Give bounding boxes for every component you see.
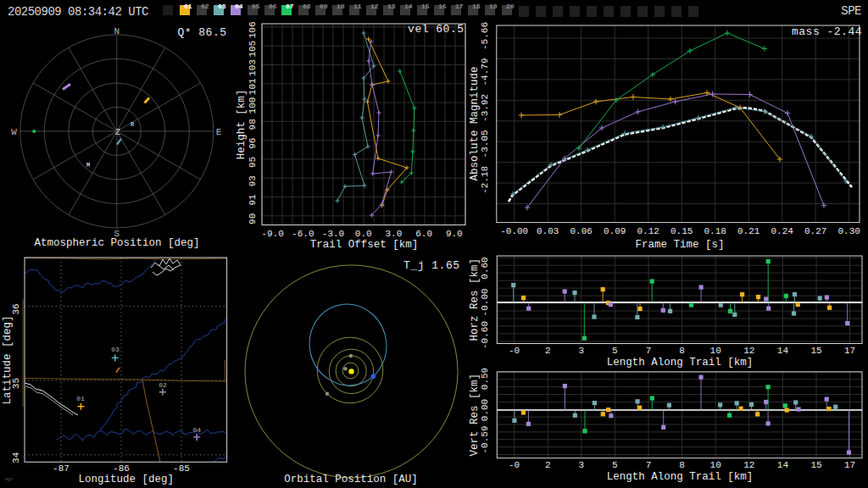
svg-text:W: W bbox=[11, 127, 17, 137]
svg-text:18: 18 bbox=[472, 3, 481, 10]
svg-text:0.15: 0.15 bbox=[670, 226, 693, 236]
svg-text:15: 15 bbox=[810, 346, 821, 356]
svg-text:91: 91 bbox=[248, 194, 258, 206]
svg-text:3: 3 bbox=[578, 460, 584, 470]
svg-text:0.00: 0.00 bbox=[480, 399, 490, 421]
svg-text:96: 96 bbox=[248, 138, 258, 149]
svg-text:04: 04 bbox=[192, 426, 201, 434]
svg-text:01: 01 bbox=[76, 395, 85, 402]
svg-text:Horz Res [km]: Horz Res [km] bbox=[469, 258, 481, 341]
svg-text:0.12: 0.12 bbox=[637, 226, 659, 236]
svg-text:-9.0: -9.0 bbox=[261, 229, 283, 239]
svg-text:Atmospheric Position [deg]: Atmospheric Position [deg] bbox=[34, 237, 199, 249]
svg-text:11: 11 bbox=[353, 3, 362, 10]
svg-text:103: 103 bbox=[248, 59, 258, 76]
svg-text:05: 05 bbox=[252, 3, 260, 10]
svg-text:06: 06 bbox=[269, 3, 277, 10]
svg-text:0.18: 0.18 bbox=[704, 226, 726, 236]
svg-text:T_j 1.65: T_j 1.65 bbox=[403, 259, 459, 272]
svg-text:Latitude [deg]: Latitude [deg] bbox=[2, 315, 14, 404]
svg-text:Q* 86.5: Q* 86.5 bbox=[177, 26, 226, 39]
svg-text:-3.0: -3.0 bbox=[322, 229, 344, 239]
svg-text:Vert Res [km]: Vert Res [km] bbox=[469, 374, 481, 457]
svg-text:-5.66: -5.66 bbox=[480, 22, 490, 50]
svg-text:SPE: SPE bbox=[841, 4, 861, 18]
svg-text:02: 02 bbox=[159, 381, 167, 389]
svg-text:-3.05: -3.05 bbox=[480, 130, 490, 158]
svg-text:16: 16 bbox=[438, 3, 447, 10]
svg-text:20250909 08:34:42 UTC: 20250909 08:34:42 UTC bbox=[8, 5, 148, 19]
svg-text:0.0: 0.0 bbox=[355, 229, 372, 239]
svg-text:Longitude [deg]: Longitude [deg] bbox=[78, 474, 174, 485]
svg-text:-87: -87 bbox=[53, 463, 70, 474]
svg-text:Length Along Trail [km]: Length Along Trail [km] bbox=[607, 357, 754, 369]
svg-text:Length Along Trail [km]: Length Along Trail [km] bbox=[607, 471, 754, 483]
svg-text:17: 17 bbox=[844, 460, 855, 470]
svg-text:93: 93 bbox=[248, 175, 258, 186]
svg-text:2: 2 bbox=[545, 346, 551, 356]
svg-text:N: N bbox=[114, 26, 120, 36]
svg-text:17: 17 bbox=[455, 3, 464, 10]
svg-text:01: 01 bbox=[184, 3, 192, 10]
svg-text:3: 3 bbox=[578, 346, 584, 356]
svg-text:106: 106 bbox=[248, 21, 258, 38]
svg-text:-0.00: -0.00 bbox=[480, 288, 490, 316]
svg-text:vel 60.5: vel 60.5 bbox=[408, 23, 464, 36]
svg-text:-0.60: -0.60 bbox=[480, 321, 490, 349]
svg-text:-0: -0 bbox=[509, 460, 520, 470]
svg-text:0.09: 0.09 bbox=[604, 226, 626, 236]
svg-text:0.24: 0.24 bbox=[771, 226, 793, 236]
svg-text:mass -2.44: mass -2.44 bbox=[792, 25, 862, 38]
svg-text:90: 90 bbox=[248, 214, 258, 225]
svg-text:8: 8 bbox=[679, 460, 685, 470]
svg-text:Absolute Magnitude: Absolute Magnitude bbox=[469, 66, 481, 180]
svg-text:Frame Time [s]: Frame Time [s] bbox=[635, 239, 724, 251]
svg-text:2: 2 bbox=[545, 460, 551, 470]
svg-text:0.27: 0.27 bbox=[804, 226, 826, 236]
svg-text:0.30: 0.30 bbox=[837, 226, 860, 236]
svg-text:-0.00: -0.00 bbox=[500, 226, 528, 236]
svg-text:9.0: 9.0 bbox=[446, 229, 463, 239]
svg-text:-86: -86 bbox=[113, 463, 130, 474]
svg-text:Trail Offset [km]: Trail Offset [km] bbox=[310, 239, 419, 251]
svg-text:Z: Z bbox=[115, 128, 120, 137]
svg-text:13: 13 bbox=[387, 3, 396, 10]
svg-text:36: 36 bbox=[11, 303, 21, 314]
svg-text:7: 7 bbox=[646, 460, 652, 470]
svg-text:0.60: 0.60 bbox=[480, 257, 490, 279]
svg-text:Orbital Position [AU]: Orbital Position [AU] bbox=[284, 474, 418, 485]
svg-text:-0: -0 bbox=[509, 346, 520, 356]
svg-text:14: 14 bbox=[777, 346, 789, 356]
svg-text:08: 08 bbox=[303, 3, 311, 10]
svg-text:-0.59: -0.59 bbox=[480, 425, 490, 453]
svg-text:E: E bbox=[216, 127, 222, 137]
svg-text:34: 34 bbox=[11, 452, 21, 463]
svg-text:10: 10 bbox=[337, 3, 345, 10]
svg-text:Height [km]: Height [km] bbox=[236, 90, 248, 160]
svg-text:14: 14 bbox=[404, 3, 413, 10]
svg-text:12: 12 bbox=[370, 3, 379, 10]
svg-text:6.0: 6.0 bbox=[415, 229, 432, 239]
svg-text:03: 03 bbox=[218, 3, 226, 10]
svg-text:5: 5 bbox=[612, 460, 618, 470]
svg-text:3.0: 3.0 bbox=[385, 229, 402, 239]
svg-text:8: 8 bbox=[679, 346, 685, 356]
svg-text:-6.0: -6.0 bbox=[292, 229, 314, 239]
svg-text:-3.92: -3.92 bbox=[480, 94, 490, 122]
svg-text:10: 10 bbox=[710, 460, 721, 470]
svg-text:07: 07 bbox=[286, 3, 294, 10]
svg-text:-2.18: -2.18 bbox=[480, 166, 490, 194]
svg-text:15: 15 bbox=[810, 460, 821, 470]
svg-text:17: 17 bbox=[844, 346, 855, 356]
svg-text:0.06: 0.06 bbox=[570, 226, 592, 236]
svg-text:09: 09 bbox=[320, 3, 328, 10]
svg-text:20: 20 bbox=[506, 3, 515, 10]
svg-text:14: 14 bbox=[777, 460, 789, 470]
svg-text:7: 7 bbox=[646, 346, 652, 356]
svg-text:-4.79: -4.79 bbox=[480, 58, 490, 86]
svg-text:mgn: mgn bbox=[5, 477, 13, 482]
svg-text:15: 15 bbox=[421, 3, 430, 10]
svg-text:5: 5 bbox=[612, 346, 618, 356]
svg-text:M: M bbox=[86, 162, 90, 169]
svg-text:95: 95 bbox=[248, 157, 258, 168]
